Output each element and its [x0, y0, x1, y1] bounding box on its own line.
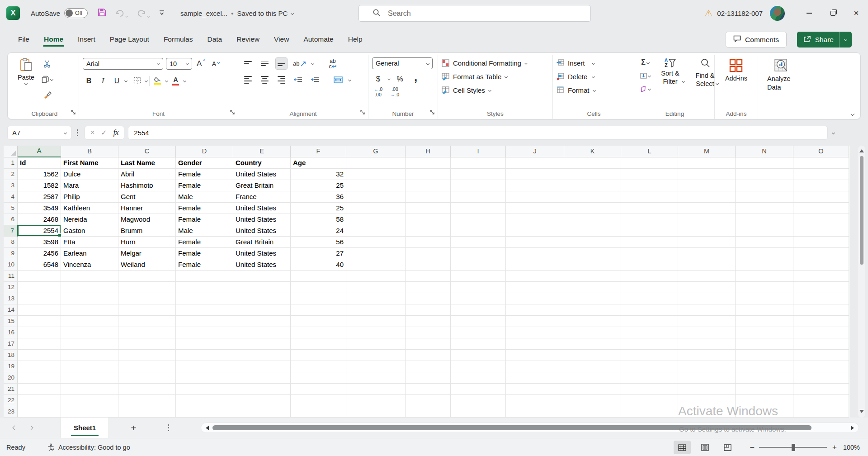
cell-I22[interactable]: [451, 395, 506, 406]
increase-font-size-button[interactable]: A^: [195, 57, 207, 70]
cell-N17[interactable]: [736, 338, 793, 350]
cell-B18[interactable]: [61, 350, 118, 361]
cell-I23[interactable]: [451, 406, 506, 418]
tab-view[interactable]: View: [268, 31, 295, 48]
cell-N13[interactable]: [736, 293, 793, 304]
cell-K8[interactable]: [564, 237, 621, 248]
cell-C23[interactable]: [118, 406, 176, 418]
cell-D16[interactable]: [176, 327, 233, 338]
cell-B13[interactable]: [61, 293, 118, 304]
cell-B2[interactable]: Dulce: [61, 169, 118, 180]
scroll-down-icon[interactable]: [859, 410, 864, 413]
cell-C2[interactable]: Abril: [118, 169, 176, 180]
cell-B5[interactable]: Kathleen: [61, 203, 118, 214]
clipboard-dialog-launcher-icon[interactable]: [71, 109, 76, 117]
cell-N16[interactable]: [736, 327, 793, 338]
cell-E21[interactable]: [233, 384, 291, 395]
cell-J14[interactable]: [506, 304, 564, 316]
cell-D9[interactable]: Female: [176, 248, 233, 259]
cell-C13[interactable]: [118, 293, 176, 304]
cell-H19[interactable]: [406, 361, 451, 372]
cell-K7[interactable]: [564, 225, 621, 237]
cell-L4[interactable]: [621, 191, 678, 203]
cell-C1[interactable]: Last Name: [118, 157, 176, 169]
row-header-14[interactable]: 14: [4, 304, 18, 316]
number-dialog-launcher-icon[interactable]: [430, 109, 435, 117]
cell-N15[interactable]: [736, 316, 793, 327]
cell-E14[interactable]: [233, 304, 291, 316]
cell-N11[interactable]: [736, 271, 793, 282]
cell-K3[interactable]: [564, 180, 621, 191]
cell-M18[interactable]: [678, 350, 736, 361]
cell-H4[interactable]: [406, 191, 451, 203]
cell-M11[interactable]: [678, 271, 736, 282]
tab-formulas[interactable]: Formulas: [157, 31, 199, 48]
cell-N10[interactable]: [736, 259, 793, 271]
horizontal-scroll-thumb[interactable]: [212, 425, 811, 430]
cell-D18[interactable]: [176, 350, 233, 361]
cell-B6[interactable]: Nereida: [61, 214, 118, 225]
cell-A13[interactable]: [18, 293, 61, 304]
cell-E6[interactable]: United States: [233, 214, 291, 225]
cell-K10[interactable]: [564, 259, 621, 271]
cell-C8[interactable]: Hurn: [118, 237, 176, 248]
cell-L7[interactable]: [621, 225, 678, 237]
share-button[interactable]: Share: [797, 32, 852, 48]
cell-E9[interactable]: United States: [233, 248, 291, 259]
cell-K17[interactable]: [564, 338, 621, 350]
cell-H13[interactable]: [406, 293, 451, 304]
cell-G4[interactable]: [346, 191, 406, 203]
merge-center-button[interactable]: [332, 74, 344, 86]
cell-I2[interactable]: [451, 169, 506, 180]
column-header-C[interactable]: C: [118, 146, 176, 157]
cell-I3[interactable]: [451, 180, 506, 191]
clear-button[interactable]: [639, 83, 651, 94]
cell-C15[interactable]: [118, 316, 176, 327]
number-format-select[interactable]: General: [372, 57, 433, 69]
accounting-format-button[interactable]: $: [372, 73, 384, 85]
search-box[interactable]: [359, 5, 591, 22]
cell-C11[interactable]: [118, 271, 176, 282]
cell-F3[interactable]: 25: [291, 180, 346, 191]
cell-K15[interactable]: [564, 316, 621, 327]
cell-A21[interactable]: [18, 384, 61, 395]
accessibility-status[interactable]: Accessibility: Good to go: [47, 443, 130, 451]
cell-H3[interactable]: [406, 180, 451, 191]
cell-O18[interactable]: [793, 350, 849, 361]
cell-F1[interactable]: Age: [291, 157, 346, 169]
cell-L2[interactable]: [621, 169, 678, 180]
cell-L18[interactable]: [621, 350, 678, 361]
cell-O14[interactable]: [793, 304, 849, 316]
cell-E7[interactable]: United States: [233, 225, 291, 237]
cell-M4[interactable]: [678, 191, 736, 203]
row-header-13[interactable]: 13: [4, 293, 18, 304]
row-header-2[interactable]: 2: [4, 169, 18, 180]
cell-I7[interactable]: [451, 225, 506, 237]
cell-J13[interactable]: [506, 293, 564, 304]
cell-J16[interactable]: [506, 327, 564, 338]
cell-H18[interactable]: [406, 350, 451, 361]
cell-G5[interactable]: [346, 203, 406, 214]
next-sheet-button[interactable]: [26, 423, 35, 432]
cell-C20[interactable]: [118, 372, 176, 384]
cell-C10[interactable]: Weiland: [118, 259, 176, 271]
cell-H21[interactable]: [406, 384, 451, 395]
cell-D5[interactable]: Female: [176, 203, 233, 214]
comma-style-button[interactable]: ,: [410, 73, 422, 85]
tab-data[interactable]: Data: [201, 31, 228, 48]
cell-M17[interactable]: [678, 338, 736, 350]
cell-K9[interactable]: [564, 248, 621, 259]
row-header-1[interactable]: 1: [4, 157, 18, 169]
cell-E5[interactable]: United States: [233, 203, 291, 214]
decrease-decimal-button[interactable]: .00→.0: [389, 86, 401, 98]
cell-O9[interactable]: [793, 248, 849, 259]
cell-I4[interactable]: [451, 191, 506, 203]
row-header-4[interactable]: 4: [4, 191, 18, 203]
column-header-E[interactable]: E: [233, 146, 291, 157]
cell-G7[interactable]: [346, 225, 406, 237]
cell-E13[interactable]: [233, 293, 291, 304]
cell-I1[interactable]: [451, 157, 506, 169]
saved-status-chevron-icon[interactable]: [291, 11, 294, 14]
format-cells-button[interactable]: Format: [557, 83, 631, 97]
cell-G21[interactable]: [346, 384, 406, 395]
